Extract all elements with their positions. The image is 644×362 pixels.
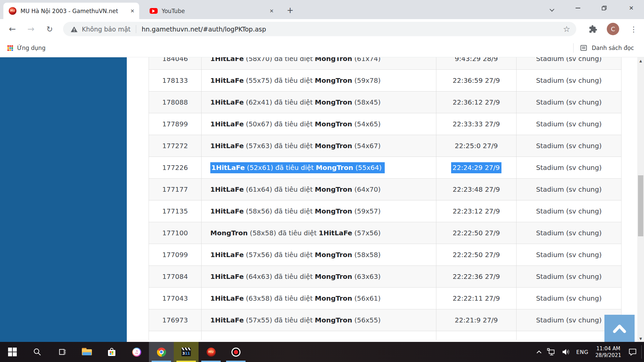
log-id-cell[interactable]: 177899	[149, 113, 202, 135]
log-id-cell[interactable]: 177135	[149, 200, 202, 222]
log-id-cell[interactable]: 176973	[149, 309, 202, 331]
log-id-cell[interactable]: 177226	[149, 157, 202, 178]
kill-message-cell[interactable]: 1HitLaFe (57x56) đã tiêu diệt MongTron (…	[202, 244, 436, 265]
taskbar-clock[interactable]: 11:04 AM 28/9/2021	[591, 345, 625, 359]
log-location-cell[interactable]: Stadium (sv chung)	[517, 70, 621, 91]
window-restore-button[interactable]	[594, 0, 614, 16]
table-row[interactable]: 177043 1HitLaFe (63x58) đã tiêu diệt Mon…	[149, 288, 621, 309]
log-time-cell[interactable]: 22:36:59 27/9	[436, 70, 517, 91]
tab-search-chevron-icon[interactable]	[547, 5, 557, 15]
log-time-cell[interactable]: 22:25:0 27/9	[436, 135, 517, 157]
file-explorer-button[interactable]	[74, 342, 99, 362]
apps-shortcut[interactable]: Ứng dụng	[7, 39, 46, 57]
kmplayer-taskbar-button[interactable]: 311	[174, 342, 199, 362]
page-scrollbar[interactable]: ▲ ▼	[637, 57, 644, 342]
mu-game-taskbar-button[interactable]: MU	[199, 342, 223, 362]
browser-menu-button[interactable]: ⋮	[628, 22, 639, 36]
reading-list-button[interactable]: Danh sách đọc	[573, 39, 634, 57]
new-tab-button[interactable]: +	[284, 5, 296, 16]
table-row[interactable]: 176973 1HitLaFe (57x55) đã tiêu diệt Mon…	[149, 309, 621, 331]
kill-message-cell[interactable]: 1HitLaFe (50x67) đã tiêu diệt MongTron (…	[202, 113, 436, 135]
taskbar-search-button[interactable]	[25, 342, 50, 362]
extensions-button[interactable]	[589, 25, 597, 35]
log-location-cell[interactable]: Stadium (sv chung)	[517, 157, 621, 178]
log-id-cell[interactable]: 184046	[149, 57, 202, 69]
url-text[interactable]: hn.gamethuvn.net/#auth/logPKTop.asp	[142, 25, 563, 33]
table-row[interactable]: 177272 1HitLaFe (57x63) đã tiêu diệt Mon…	[149, 135, 621, 157]
scrollbar-thumb[interactable]	[638, 175, 643, 236]
table-row[interactable]: 177177 1HitLaFe (61x64) đã tiêu diệt Mon…	[149, 179, 621, 200]
profile-avatar[interactable]: C	[607, 23, 619, 35]
show-desktop-button[interactable]	[642, 342, 644, 362]
kill-message-cell[interactable]: 1HitLaFe (57x63) đã tiêu diệt MongTron (…	[202, 135, 436, 157]
log-id-cell[interactable]: 177272	[149, 135, 202, 157]
network-button[interactable]	[544, 342, 558, 362]
table-row[interactable]: 177084 1HitLaFe (64x63) đã tiêu diệt Mon…	[149, 266, 621, 288]
close-tab-icon[interactable]: ✕	[130, 8, 135, 14]
kill-message-cell[interactable]: MongTron (58x58) đã tiêu diệt 1HitLaFe (…	[202, 222, 436, 244]
log-time-cell[interactable]: 22:23:12 27/9	[436, 200, 517, 222]
log-id-cell[interactable]: 177100	[149, 222, 202, 244]
log-id-cell[interactable]: 177043	[149, 288, 202, 309]
tab-youtube[interactable]: YouTube ✕	[144, 3, 278, 19]
log-location-cell[interactable]: Stadium (sv chung)	[517, 57, 621, 69]
log-location-cell[interactable]: Stadium (sv chung)	[517, 266, 621, 287]
chrome-taskbar-button[interactable]	[149, 342, 174, 362]
bookmark-star-icon[interactable]: ☆	[563, 24, 570, 34]
log-location-cell[interactable]: Stadium (sv chung)	[517, 200, 621, 222]
kill-message-cell[interactable]: 1HitLaFe (55x75) đã tiêu diệt MongTron (…	[202, 70, 436, 91]
kill-message-cell[interactable]: 1HitLaFe (61x64) đã tiêu diệt MongTron (…	[202, 179, 436, 200]
task-view-button[interactable]	[50, 342, 74, 362]
table-row[interactable]: 178133 1HitLaFe (55x75) đã tiêu diệt Mon…	[149, 70, 621, 92]
itunes-button[interactable]: ♫	[124, 342, 149, 362]
log-location-cell[interactable]: Stadium (sv chung)	[517, 135, 621, 157]
kill-message-cell[interactable]: 1HitLaFe (63x58) đã tiêu diệt MongTron (…	[202, 288, 436, 309]
log-id-cell[interactable]: 178133	[149, 70, 202, 91]
kill-message-cell[interactable]: 1HitLaFe (57x55) đã tiêu diệt MongTron (…	[202, 309, 436, 331]
kill-message-cell[interactable]: 1HitLaFe (62x41) đã tiêu diệt MongTron (…	[202, 92, 436, 113]
log-location-cell[interactable]: Stadium (sv chung)	[517, 92, 621, 113]
reload-button[interactable]: ↻	[42, 19, 57, 39]
log-time-cell[interactable]: 22:21:9 27/9	[436, 309, 517, 331]
log-time-cell[interactable]: 22:24:29 27/9	[436, 157, 517, 178]
kill-message-cell[interactable]: 1HitLaFe (64x63) đã tiêu diệt MongTron (…	[202, 266, 436, 287]
tray-hidden-icons-button[interactable]	[534, 342, 544, 362]
window-minimize-button[interactable]	[568, 0, 588, 16]
language-indicator[interactable]: ENG	[573, 342, 591, 362]
kill-message-cell[interactable]: 1HitLaFe (58x56) đã tiêu diệt MongTron (…	[202, 200, 436, 222]
scroll-to-top-button[interactable]	[604, 315, 635, 342]
log-time-cell[interactable]: 22:22:50 27/9	[436, 244, 517, 265]
security-status-label[interactable]: Không bảo mật	[82, 25, 130, 33]
table-row[interactable]: 177899 1HitLaFe (50x67) đã tiêu diệt Mon…	[149, 113, 621, 135]
log-location-cell[interactable]: Stadium (sv chung)	[517, 113, 621, 135]
window-close-button[interactable]: ✕	[622, 0, 641, 16]
table-row[interactable]: 178088 1HitLaFe (62x41) đã tiêu diệt Mon…	[149, 92, 621, 113]
kill-message-cell[interactable]: 1HitLaFe (52x61) đã tiêu diệt MongTron (…	[202, 157, 436, 178]
scrollbar-up-arrow[interactable]: ▲	[637, 57, 644, 64]
log-time-cell[interactable]: 22:22:11 27/9	[436, 288, 517, 309]
start-button[interactable]	[0, 342, 25, 362]
table-row[interactable]: 177226 1HitLaFe (52x61) đã tiêu diệt Mon…	[149, 157, 621, 179]
action-center-button[interactable]	[625, 342, 640, 362]
tab-mu-hanoi[interactable]: MU MU Hà Nội 2003 - GamethuVN.net ✕	[3, 3, 139, 19]
kill-message-cell[interactable]: 1HitLaFe (58x70) đã tiêu diệt MongTron (…	[202, 57, 436, 69]
table-row[interactable]: 184046 1HitLaFe (58x70) đã tiêu diệt Mon…	[149, 57, 621, 70]
volume-button[interactable]	[558, 342, 573, 362]
log-time-cell[interactable]: 22:23:48 27/9	[436, 179, 517, 200]
log-location-cell[interactable]: Stadium (sv chung)	[517, 179, 621, 200]
screen-recorder-taskbar-button[interactable]	[223, 342, 248, 362]
log-location-cell[interactable]: Stadium (sv chung)	[517, 244, 621, 265]
log-time-cell[interactable]: 9:43:29 28/9	[436, 57, 517, 69]
table-row[interactable]: 177100 MongTron (58x58) đã tiêu diệt 1Hi…	[149, 222, 621, 244]
log-id-cell[interactable]: 177084	[149, 266, 202, 287]
close-tab-icon[interactable]: ✕	[269, 8, 274, 14]
address-bar[interactable]: Không bảo mật hn.gamethuvn.net/#auth/log…	[63, 22, 576, 36]
scrollbar-down-arrow[interactable]: ▼	[637, 335, 644, 342]
log-time-cell[interactable]: 22:22:36 27/9	[436, 266, 517, 287]
log-time-cell[interactable]: 22:36:12 27/9	[436, 92, 517, 113]
table-row[interactable]: 177099 1HitLaFe (57x56) đã tiêu diệt Mon…	[149, 244, 621, 266]
table-row[interactable]: 177135 1HitLaFe (58x56) đã tiêu diệt Mon…	[149, 200, 621, 222]
log-id-cell[interactable]: 177177	[149, 179, 202, 200]
log-id-cell[interactable]: 177099	[149, 244, 202, 265]
forward-button[interactable]: →	[23, 19, 38, 39]
